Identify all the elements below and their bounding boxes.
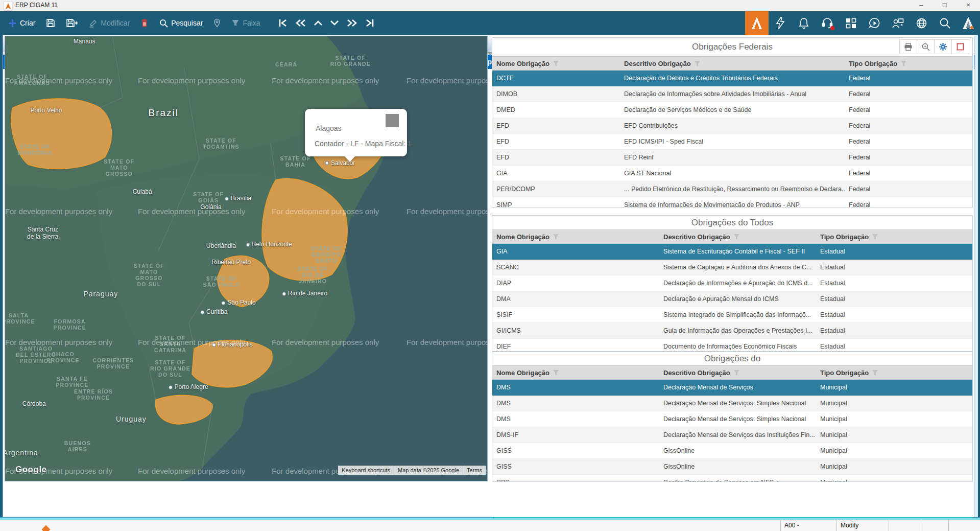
panel-scrollbar[interactable]	[974, 36, 978, 517]
maximize-table-icon[interactable]	[952, 40, 969, 54]
close-button[interactable]: ×	[957, 0, 980, 11]
table-row[interactable]: EFDEFD ICMS/IPI - Sped FiscalFederal	[492, 134, 972, 150]
table-row[interactable]: DIEFDocumento de Informações Econômico F…	[492, 339, 972, 352]
table-cell: EFD Contribuições	[620, 122, 845, 129]
table-row[interactable]: DMEDDeclaração de Serviços Médicos e de …	[492, 102, 972, 118]
settings-gear-icon[interactable]	[935, 40, 952, 54]
nav-last-button[interactable]	[362, 17, 377, 29]
support-headset-icon[interactable]	[816, 11, 839, 35]
table-row[interactable]: GI/ICMSGuia de Informação das Operações …	[492, 323, 972, 339]
column-header[interactable]: Tipo Obrigação	[816, 366, 972, 379]
table-row[interactable]: DIMOBDeclaração de Informações sobre Ati…	[492, 86, 972, 102]
lightning-icon[interactable]	[769, 11, 792, 35]
table-cell: Declaração de Débitos e Créditos Tributá…	[620, 75, 845, 82]
save-plus-button[interactable]	[63, 16, 81, 30]
table-row[interactable]: GISSGissOnlineMunicipal	[492, 443, 972, 459]
keyboard-shortcuts-link[interactable]: Keyboard shortcuts	[338, 466, 394, 475]
table-row[interactable]: DMS-IFDeclaração Mensal de Serviços das …	[492, 427, 972, 443]
nav-prev-page-button[interactable]	[293, 17, 309, 29]
print-icon[interactable]	[900, 40, 917, 54]
nav-up-button[interactable]	[311, 18, 325, 28]
column-header[interactable]: Descritivo Obrigação	[659, 230, 816, 243]
zoom-icon[interactable]	[917, 40, 935, 54]
delete-button[interactable]	[137, 16, 152, 30]
terms-link[interactable]: Terms	[463, 466, 486, 475]
map-watermark: For development purposes only	[272, 76, 379, 85]
column-header[interactable]: Tipo Obrigação	[845, 57, 972, 70]
table-cell: Estadual	[816, 264, 972, 271]
search-icon	[159, 19, 168, 28]
map-watermark: For development purposes only	[407, 206, 488, 215]
table-title: Obrigações do	[492, 352, 972, 365]
table-cell: DIMOB	[492, 90, 620, 98]
table-row[interactable]: DMADeclaração e Apuração Mensal do ICMSE…	[492, 291, 972, 307]
table-cell: GIA	[492, 248, 659, 255]
table-row[interactable]: DMSDeclaração Mensal de Serviços: Simple…	[492, 396, 972, 411]
table-row[interactable]: PER/DCOMP... Pedido Eletrônico de Restit…	[492, 181, 972, 197]
table-row[interactable]: EFDEFD ReinfFederal	[492, 150, 972, 166]
nav-next-page-button[interactable]	[344, 17, 360, 29]
column-header[interactable]: Descritivo Obrigação	[659, 366, 816, 379]
table-cell: EFD	[492, 154, 620, 161]
support-alert-badge	[830, 26, 834, 30]
table-row[interactable]: GISSGissOnlineMunicipal	[492, 459, 972, 475]
column-header[interactable]: Nome Obrigação	[492, 57, 620, 70]
erp-cigam-app: ERP CIGAM 11 – □ × Criar Modificar	[0, 0, 980, 531]
table-row[interactable]: DMSDeclaração Mensal de Serviços: Simple…	[492, 411, 972, 427]
os-titlebar: ERP CIGAM 11 – □ ×	[0, 0, 980, 12]
table-row[interactable]: DMSDeclaração Mensal de ServiçosMunicipa…	[492, 380, 972, 396]
table-row[interactable]: GIASistema de Escrituração Contábil e Fi…	[492, 244, 972, 260]
table-cell: Estadual	[816, 311, 972, 318]
map-tooltip: Alagoas Contador - LF - Mapa Fiscal: 1	[305, 109, 407, 156]
column-header[interactable]: Nome Obrigação	[492, 230, 659, 243]
main-toolbar: Criar Modificar Pesquisar	[0, 11, 980, 35]
table-cell: Declaração Mensal de Serviços das Instit…	[659, 431, 816, 438]
cigam-logo-icon[interactable]	[957, 11, 980, 35]
table-cell: RPS	[492, 479, 659, 482]
status-mode: Modify	[836, 520, 889, 531]
table-row[interactable]: RPSRecibo Provisório de Serviços em NFS-…	[492, 475, 972, 482]
nav-down-button[interactable]	[327, 18, 342, 28]
location-pin-button[interactable]	[210, 16, 224, 30]
column-header[interactable]: Descritivo Obrigação	[620, 57, 845, 70]
table-row[interactable]: DCTFDeclaração de Débitos e Créditos Tri…	[492, 71, 972, 86]
table-row[interactable]: EFDEFD ContribuiçõesFederal	[492, 118, 972, 134]
table-cell: Sistema de Escrituração Contábil e Fisca…	[659, 248, 816, 255]
save-button[interactable]	[43, 16, 58, 30]
column-header[interactable]: Nome Obrigação	[492, 366, 659, 379]
fiscal-map[interactable]: ManausSTATE OF AMAZONASPorto VelhoBrazil…	[5, 36, 488, 481]
save-plus-icon	[66, 18, 78, 28]
table-cell: SIMP	[492, 201, 620, 207]
table-row[interactable]: DIAPDeclaração de Informações e Apuração…	[492, 275, 972, 291]
web-globe-icon[interactable]	[910, 11, 933, 35]
table-cell: Declaração de Informações e Apuração do …	[659, 280, 816, 287]
table-cell: DMA	[492, 295, 659, 303]
pesquisar-button[interactable]: Pesquisar	[156, 17, 206, 30]
tooltip-state-name: Alagoas	[316, 124, 342, 132]
modificar-button[interactable]: Modificar	[86, 17, 133, 30]
column-header[interactable]: Tipo Obrigação	[816, 230, 972, 243]
table-row[interactable]: SCANCSistema de Captação e Auditoria dos…	[492, 260, 972, 275]
table-row[interactable]: SISIFSistema Integrado de Simplificação …	[492, 307, 972, 323]
cigam-app-icon	[4, 2, 13, 11]
remote-access-icon[interactable]	[886, 11, 910, 35]
map-watermark: For development purposes only	[5, 338, 112, 347]
apps-grid-icon[interactable]	[839, 11, 863, 35]
faixa-button[interactable]: Faixa	[228, 17, 263, 29]
notifications-bell-icon[interactable]	[792, 11, 816, 35]
table-cell: Municipal	[816, 384, 972, 391]
trash-icon	[140, 18, 149, 28]
filter-funnel-icon	[231, 19, 240, 27]
maximize-button[interactable]: □	[933, 0, 957, 11]
criar-button[interactable]: Criar	[5, 17, 38, 30]
table-cell: SISIF	[492, 311, 659, 318]
minimize-button[interactable]: –	[910, 0, 933, 11]
video-tutorials-icon[interactable]	[863, 11, 886, 35]
nav-first-button[interactable]	[275, 17, 291, 29]
table-cell: DMS	[492, 415, 659, 423]
table-row[interactable]: SIMPSistema de Informações de Movimentaç…	[492, 197, 972, 207]
table-row[interactable]: GIAGIA ST NacionalFederal	[492, 166, 972, 181]
global-search-icon[interactable]	[933, 11, 957, 35]
cigam-home-button[interactable]	[745, 11, 769, 35]
table-cell: DCTF	[492, 75, 620, 82]
